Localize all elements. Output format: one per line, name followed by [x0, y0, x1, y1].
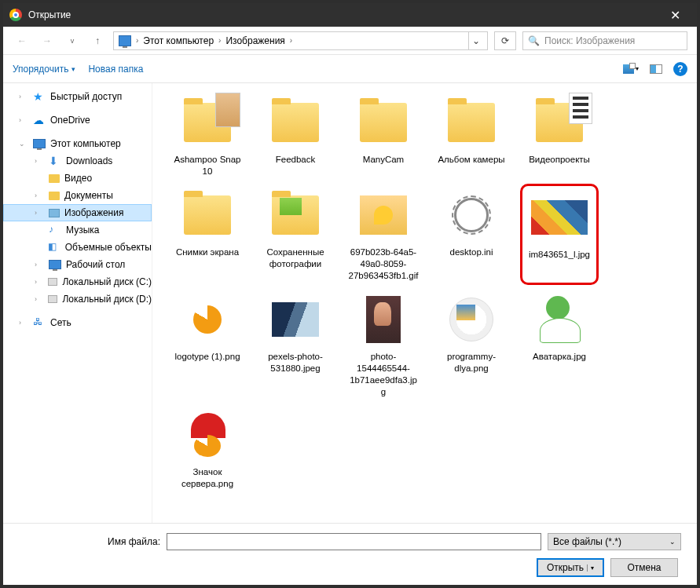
- refresh-icon[interactable]: ⟳: [494, 31, 516, 50]
- item-label: photo-1544465544-1b71aee9dfa3.jpg: [347, 351, 420, 398]
- expand-icon[interactable]: ›: [19, 116, 28, 124]
- tree-video[interactable]: Видео: [3, 170, 152, 187]
- monitor-icon: [33, 139, 46, 148]
- tree-desktop[interactable]: ›Рабочий стол: [3, 256, 152, 273]
- chevron-right-icon[interactable]: ›: [290, 36, 292, 45]
- tree-pictures[interactable]: ›Изображения: [3, 204, 152, 221]
- close-icon[interactable]: ✕: [659, 8, 691, 23]
- expand-icon[interactable]: ›: [35, 192, 44, 199]
- image-thumbnail-icon: [449, 298, 493, 341]
- folder-item[interactable]: Снимки экрана: [168, 184, 247, 285]
- cancel-button[interactable]: Отмена: [610, 558, 678, 577]
- item-label: desktop.ini: [450, 247, 493, 258]
- item-label: Feedback: [276, 154, 316, 166]
- file-item[interactable]: logotype (1).png: [168, 288, 247, 401]
- collapse-icon[interactable]: ⌄: [19, 140, 28, 148]
- forward-icon: →: [38, 31, 57, 50]
- disk-icon: [48, 278, 58, 286]
- expand-icon[interactable]: ›: [35, 209, 44, 217]
- expand-icon[interactable]: ›: [19, 319, 28, 327]
- help-icon[interactable]: ?: [673, 62, 687, 76]
- item-label: Сохраненные фотографии: [259, 247, 332, 270]
- tree-label: Видео: [64, 173, 92, 184]
- tree-3d-objects[interactable]: ◧Объемные объекты: [3, 239, 152, 256]
- tree-this-pc[interactable]: ⌄Этот компьютер: [3, 135, 152, 152]
- tree-disk-d[interactable]: ›Локальный диск (D:): [3, 290, 152, 308]
- file-list[interactable]: Ashampoo Snap 10 Feedback ManyCam Альбом…: [152, 83, 697, 523]
- pictures-icon: [49, 209, 60, 217]
- breadcrumb-current[interactable]: Изображения: [225, 35, 284, 46]
- address-bar[interactable]: › Этот компьютер › Изображения › ⌄: [113, 31, 488, 50]
- tree-label: Локальный диск (D:): [62, 294, 152, 305]
- item-label: Значок сервера.png: [171, 466, 244, 490]
- folder-item[interactable]: Feedback: [256, 91, 335, 181]
- thispc-icon: [119, 35, 131, 46]
- item-label: im843651_l.jpg: [529, 249, 590, 261]
- expand-icon[interactable]: ›: [19, 93, 28, 100]
- folder-icon: [49, 192, 60, 200]
- tree-label: Объемные объекты: [65, 242, 152, 253]
- folder-item[interactable]: Сохраненные фотографии: [256, 184, 335, 285]
- tree-quick-access[interactable]: ›★Быстрый доступ: [3, 88, 152, 105]
- search-input[interactable]: 🔍 Поиск: Изображения: [522, 31, 687, 50]
- tree-onedrive[interactable]: ›☁OneDrive: [3, 111, 152, 129]
- tree-label: Рабочий стол: [66, 259, 125, 270]
- file-item[interactable]: 697b023b-64a5-49a0-8059-27b963453fb1.gif: [344, 184, 423, 285]
- folder-item[interactable]: Ashampoo Snap 10: [168, 91, 247, 181]
- chrome-icon: [9, 9, 22, 21]
- folder-item[interactable]: ManyCam: [344, 91, 423, 181]
- star-icon: ★: [33, 90, 46, 103]
- organize-button[interactable]: Упорядочить ▾: [13, 64, 75, 75]
- filename-label: Имя файла:: [19, 536, 160, 547]
- tree-music[interactable]: ♪Музыка: [3, 221, 152, 239]
- file-item[interactable]: photo-1544465544-1b71aee9dfa3.jpg: [344, 288, 423, 401]
- filename-input[interactable]: [167, 533, 541, 550]
- file-item[interactable]: pexels-photo-531880.jpeg: [256, 288, 335, 401]
- back-icon[interactable]: ←: [13, 31, 31, 50]
- folder-icon: [272, 103, 319, 142]
- image-thumbnail-icon: [540, 296, 579, 343]
- item-label: pexels-photo-531880.jpeg: [259, 351, 332, 374]
- expand-icon[interactable]: ›: [35, 261, 44, 268]
- tree-label: Изображения: [64, 207, 123, 218]
- preview-pane-button[interactable]: [648, 63, 664, 75]
- file-item[interactable]: Аватарка.jpg: [520, 288, 599, 401]
- folder-icon: [184, 195, 231, 235]
- breadcrumb-root[interactable]: Этот компьютер: [143, 35, 214, 46]
- recent-dropdown-icon[interactable]: v: [63, 31, 82, 50]
- tree-network[interactable]: ›🖧Сеть: [3, 314, 152, 331]
- file-item-highlighted[interactable]: im843651_l.jpg: [520, 184, 599, 285]
- expand-icon[interactable]: ›: [35, 278, 43, 286]
- tree-downloads[interactable]: ›⬇Downloads: [3, 152, 152, 170]
- window-title: Открытие: [28, 9, 659, 20]
- image-thumbnail-icon: [193, 305, 222, 334]
- view-mode-button[interactable]: ▾: [623, 63, 639, 75]
- new-folder-button[interactable]: Новая папка: [88, 64, 143, 75]
- folder-item[interactable]: Видеопроекты: [520, 91, 599, 181]
- chevron-down-icon[interactable]: ▾: [587, 564, 594, 572]
- file-item[interactable]: programmy-dlya.png: [432, 288, 511, 401]
- image-thumbnail-icon: [531, 200, 588, 235]
- image-thumbnail-icon: [188, 413, 227, 457]
- tree-documents[interactable]: ›Документы: [3, 187, 152, 204]
- tree-label: Музыка: [66, 225, 99, 236]
- file-item[interactable]: Значок сервера.png: [168, 404, 247, 493]
- filetype-dropdown[interactable]: Все файлы (*.*) ⌄: [548, 533, 681, 550]
- open-button[interactable]: Открыть ▾: [537, 558, 604, 577]
- address-dropdown-icon[interactable]: ⌄: [468, 32, 482, 49]
- tree-label: Downloads: [66, 155, 112, 166]
- filetype-label: Все файлы (*.*): [553, 536, 621, 547]
- folder-item[interactable]: Альбом камеры: [432, 91, 511, 181]
- title-bar: Открытие ✕: [3, 3, 697, 27]
- tree-label: Этот компьютер: [50, 138, 121, 149]
- up-icon[interactable]: ↑: [88, 31, 107, 50]
- expand-icon[interactable]: ›: [35, 157, 44, 165]
- file-item[interactable]: desktop.ini: [432, 184, 511, 285]
- chevron-right-icon[interactable]: ›: [218, 36, 221, 45]
- folder-icon: [360, 103, 407, 142]
- expand-icon[interactable]: ›: [35, 295, 43, 303]
- tree-disk-c[interactable]: ›Локальный диск (C:): [3, 273, 152, 290]
- network-icon: 🖧: [33, 316, 46, 329]
- chevron-right-icon[interactable]: ›: [136, 36, 138, 45]
- folder-preview-icon: [215, 93, 240, 127]
